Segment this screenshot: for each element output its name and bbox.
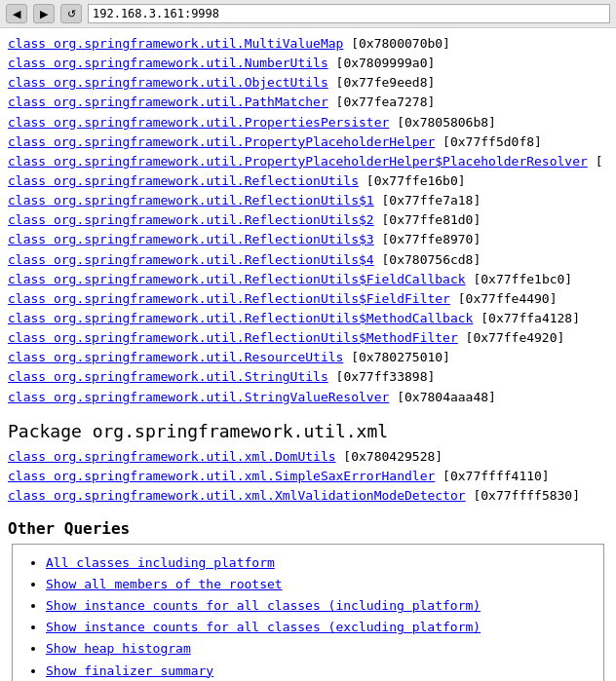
util-class-link[interactable]: class org.springframework.util.Reflectio…: [8, 272, 466, 286]
xml-class-addr: [0x780429528]: [336, 449, 443, 464]
util-class-link[interactable]: class org.springframework.util.StringVal…: [8, 390, 389, 404]
util-class-link[interactable]: class org.springframework.util.PathMatch…: [8, 95, 328, 109]
util-class-link[interactable]: class org.springframework.util.Reflectio…: [8, 252, 374, 267]
util-class-link[interactable]: class org.springframework.util.Propertie…: [8, 115, 389, 130]
util-class-link[interactable]: class org.springframework.util.PropertyP…: [8, 154, 588, 169]
query-link[interactable]: Show finalizer summary: [46, 663, 213, 678]
util-class-item: class org.springframework.util.Reflectio…: [8, 270, 608, 289]
query-link[interactable]: Show instance counts for all classes (ex…: [46, 620, 481, 634]
util-class-list: class org.springframework.util.MultiValu…: [8, 34, 608, 407]
util-class-addr: [0x77ffe4490]: [450, 291, 558, 306]
util-class-link[interactable]: class org.springframework.util.ResourceU…: [8, 350, 343, 364]
util-class-item: class org.springframework.util.Reflectio…: [8, 309, 608, 328]
list-item: Show instance counts for all classes (in…: [46, 595, 592, 617]
util-class-link[interactable]: class org.springframework.util.Reflectio…: [8, 193, 374, 208]
util-class-addr: [0x77ff5d0f8]: [435, 134, 542, 149]
xml-class-addr: [0x77ffff4110]: [435, 469, 549, 483]
util-class-addr: [0x77ffe4920]: [458, 330, 565, 345]
refresh-button[interactable]: ↺: [60, 4, 82, 23]
other-queries-heading: Other Queries: [8, 519, 608, 538]
util-class-link[interactable]: class org.springframework.util.Reflectio…: [8, 173, 359, 188]
util-class-link[interactable]: class org.springframework.util.Reflectio…: [8, 232, 374, 246]
query-link[interactable]: Show heap histogram: [46, 641, 191, 656]
util-class-addr: [0x77fe9eed8]: [328, 75, 436, 90]
util-class-addr: [0x77ffa4128]: [473, 311, 580, 325]
list-item: All classes including platform: [46, 552, 592, 574]
util-class-item: class org.springframework.util.ResourceU…: [8, 348, 608, 367]
query-link[interactable]: Show instance counts for all classes (in…: [46, 598, 481, 613]
query-link[interactable]: All classes including platform: [46, 555, 275, 570]
xml-class-link[interactable]: class org.springframework.util.xml.DomUt…: [8, 449, 336, 464]
util-class-item: class org.springframework.util.ObjectUti…: [8, 73, 608, 93]
page-content: class org.springframework.util.MultiValu…: [0, 28, 616, 681]
back-button[interactable]: ◀: [6, 4, 27, 23]
util-class-item: class org.springframework.util.Reflectio…: [8, 171, 608, 191]
list-item: Show all members of the rootset: [46, 574, 592, 595]
util-class-link[interactable]: class org.springframework.util.MultiValu…: [8, 36, 343, 51]
util-class-item: class org.springframework.util.PathMatch…: [8, 93, 608, 112]
util-class-addr: [0x7805806b8]: [389, 115, 496, 130]
list-item: Show heap histogram: [46, 638, 592, 660]
util-class-addr: [0x77ffe8970]: [374, 232, 481, 246]
util-class-addr: [0x77ffe81d0]: [374, 212, 481, 227]
util-class-addr: [0x780275010]: [343, 350, 450, 364]
browser-toolbar: ◀ ▶ ↺: [0, 0, 616, 28]
address-bar[interactable]: [88, 4, 610, 23]
util-class-item: class org.springframework.util.PropertyP…: [8, 132, 608, 152]
util-class-item: class org.springframework.util.Propertie…: [8, 113, 608, 132]
util-class-link[interactable]: class org.springframework.util.Reflectio…: [8, 291, 450, 306]
util-class-addr: [0x77ffe7a18]: [374, 193, 481, 208]
util-class-item: class org.springframework.util.Reflectio…: [8, 250, 608, 270]
xml-class-item: class org.springframework.util.xml.XmlVa…: [8, 486, 608, 506]
util-class-link[interactable]: class org.springframework.util.ObjectUti…: [8, 75, 328, 90]
util-class-link[interactable]: class org.springframework.util.Reflectio…: [8, 311, 473, 325]
util-class-addr: [0x77ffe16b0]: [359, 173, 466, 188]
util-class-item: class org.springframework.util.Reflectio…: [8, 328, 608, 348]
util-class-addr: [0x77ffe1bc0]: [466, 272, 573, 286]
util-class-item: class org.springframework.util.Reflectio…: [8, 289, 608, 309]
xml-class-item: class org.springframework.util.xml.Simpl…: [8, 467, 608, 486]
xml-section-heading: Package org.springframework.util.xml: [8, 421, 608, 441]
xml-class-link[interactable]: class org.springframework.util.xml.Simpl…: [8, 469, 435, 483]
util-class-item: class org.springframework.util.StringVal…: [8, 388, 608, 407]
util-class-item: class org.springframework.util.StringUti…: [8, 367, 608, 387]
xml-class-list: class org.springframework.util.xml.DomUt…: [8, 447, 608, 506]
util-class-item: class org.springframework.util.Reflectio…: [8, 191, 608, 210]
util-class-item: class org.springframework.util.Reflectio…: [8, 210, 608, 230]
queries-list: All classes including platformShow all m…: [28, 552, 592, 681]
query-link[interactable]: Show all members of the rootset: [46, 577, 283, 591]
util-class-addr: [0x780756cd8]: [374, 252, 481, 267]
util-class-link[interactable]: class org.springframework.util.Reflectio…: [8, 330, 458, 345]
util-class-item: class org.springframework.util.MultiValu…: [8, 34, 608, 54]
util-class-item: class org.springframework.util.NumberUti…: [8, 54, 608, 73]
util-class-item: class org.springframework.util.PropertyP…: [8, 152, 608, 171]
list-item: Show instance counts for all classes (ex…: [46, 617, 592, 638]
forward-button[interactable]: ▶: [33, 4, 55, 23]
util-class-link[interactable]: class org.springframework.util.Reflectio…: [8, 212, 374, 227]
xml-class-item: class org.springframework.util.xml.DomUt…: [8, 447, 608, 467]
util-class-link[interactable]: class org.springframework.util.PropertyP…: [8, 134, 435, 149]
util-class-addr: [0x7809999a0]: [328, 56, 436, 70]
util-class-addr: [0x7804aaa48]: [389, 390, 496, 404]
util-class-link[interactable]: class org.springframework.util.StringUti…: [8, 369, 328, 384]
util-class-addr: [0x77fea7278]: [328, 95, 436, 109]
util-class-addr: [: [588, 154, 603, 169]
xml-class-link[interactable]: class org.springframework.util.xml.XmlVa…: [8, 488, 466, 503]
list-item: Show finalizer summary: [46, 661, 592, 681]
util-class-item: class org.springframework.util.Reflectio…: [8, 230, 608, 249]
xml-class-addr: [0x77ffff5830]: [466, 488, 580, 503]
util-class-link[interactable]: class org.springframework.util.NumberUti…: [8, 56, 328, 70]
util-class-addr: [0x77ff33898]: [328, 369, 436, 384]
queries-box: All classes including platformShow all m…: [12, 544, 604, 681]
util-class-addr: [0x7800070b0]: [343, 36, 450, 51]
